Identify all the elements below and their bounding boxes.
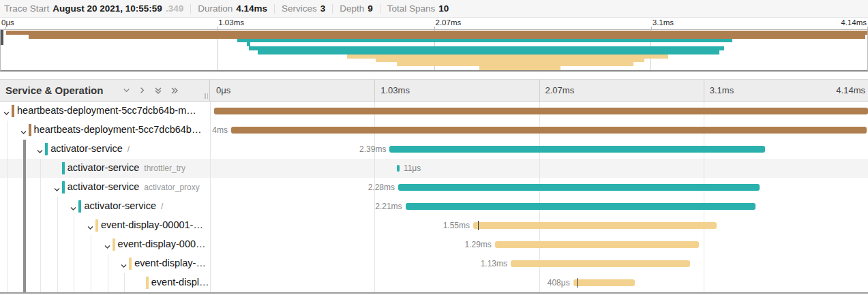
span-row[interactable]: heartbeats-deployment-5cc7dcb64b-m… bbox=[0, 102, 868, 121]
span-collapse-chevron-icon[interactable] bbox=[3, 108, 10, 120]
tree-indent-guide bbox=[74, 254, 74, 273]
span-service-name[interactable]: heartbeats-deployment-5cc7dcb64b… bbox=[34, 124, 202, 135]
service-color-bar bbox=[146, 277, 149, 289]
tree-indent-guide bbox=[23, 159, 26, 178]
span-duration-label: 1.55ms bbox=[443, 221, 470, 230]
timeline-tick-label: 0μs bbox=[216, 85, 230, 95]
double-chevron-right-icon[interactable] bbox=[170, 86, 179, 95]
span-duration-label: 408μs bbox=[548, 278, 570, 288]
span-track[interactable] bbox=[210, 102, 868, 121]
span-log-tick bbox=[478, 221, 479, 230]
span-track[interactable]: 1.29ms bbox=[210, 235, 868, 254]
span-service-name[interactable]: activator-serviceactivator_proxy bbox=[68, 181, 200, 192]
span-track[interactable]: 408μs bbox=[210, 273, 868, 292]
spacer bbox=[0, 72, 868, 79]
ruler-tick-label: 4.14ms bbox=[841, 18, 867, 27]
span-service-name[interactable]: heartbeats-deployment-5cc7dcb64b-m… bbox=[17, 105, 196, 116]
span-row[interactable]: heartbeats-deployment-5cc7dcb64b…4ms bbox=[0, 121, 868, 140]
tree-indent-guide bbox=[23, 273, 26, 292]
span-service-name[interactable]: activator-service/ bbox=[50, 143, 130, 154]
trace-minimap[interactable] bbox=[0, 29, 868, 72]
span-name-cell[interactable]: heartbeats-deployment-5cc7dcb64b-m… bbox=[0, 102, 210, 121]
span-service-name[interactable]: activator-servicethrottler_try bbox=[68, 162, 185, 173]
span-name-cell[interactable]: activator-service/ bbox=[0, 140, 210, 159]
span-track[interactable]: 2.39ms bbox=[210, 140, 868, 159]
span-log-tick bbox=[577, 278, 578, 288]
span-collapse-chevron-icon[interactable] bbox=[20, 127, 27, 139]
span-bar[interactable] bbox=[231, 127, 867, 134]
span-row[interactable]: activator-service/2.21ms bbox=[0, 197, 868, 216]
span-bar[interactable] bbox=[398, 184, 760, 191]
span-track[interactable]: 1.55ms bbox=[210, 216, 868, 235]
span-collapse-chevron-icon[interactable] bbox=[36, 146, 44, 158]
span-name-cell[interactable]: event-display-00001-… bbox=[0, 216, 210, 235]
span-operation-name: / bbox=[161, 202, 163, 211]
span-track[interactable]: 2.28ms bbox=[210, 178, 868, 197]
span-service-name[interactable]: event-display-000… bbox=[118, 238, 206, 249]
double-chevron-down-icon[interactable] bbox=[153, 86, 163, 95]
minimap-ruler: 0μs1.03ms2.07ms3.1ms4.14ms bbox=[0, 18, 868, 29]
span-service-name[interactable]: event-display-00001-… bbox=[101, 219, 203, 230]
span-track[interactable]: 11μs bbox=[210, 159, 868, 178]
span-name-cell[interactable]: activator-servicethrottler_try bbox=[0, 159, 210, 178]
span-row[interactable]: event-displ…408μs bbox=[0, 273, 868, 292]
span-service-name[interactable]: activator-service/ bbox=[84, 200, 163, 211]
span-track[interactable]: 4ms bbox=[210, 121, 868, 140]
chevron-right-icon[interactable] bbox=[138, 86, 147, 95]
span-collapse-chevron-icon[interactable] bbox=[120, 260, 128, 273]
service-color-bar bbox=[78, 200, 81, 213]
duration-value: 4.14ms bbox=[236, 3, 267, 14]
span-bar[interactable] bbox=[397, 165, 400, 172]
span-service-name[interactable]: event-displ… bbox=[151, 277, 209, 288]
span-duration-label: 2.39ms bbox=[359, 144, 386, 154]
tree-indent-guide bbox=[7, 273, 8, 292]
span-name-cell[interactable]: event-display-… bbox=[0, 254, 210, 273]
span-row[interactable]: activator-service/2.39ms bbox=[0, 140, 868, 159]
span-bar[interactable] bbox=[495, 241, 699, 248]
tree-indent-guide bbox=[40, 178, 41, 197]
span-track[interactable]: 1.13ms bbox=[210, 254, 868, 273]
span-track[interactable]: 2.21ms bbox=[210, 197, 868, 216]
tree-indent-guide bbox=[74, 235, 74, 254]
span-bar[interactable] bbox=[406, 203, 755, 210]
tree-indent-guide bbox=[7, 197, 8, 216]
span-row[interactable]: event-display-00001-…1.55ms bbox=[0, 216, 868, 235]
span-service-name[interactable]: event-display-… bbox=[134, 258, 206, 268]
services-value: 3 bbox=[320, 3, 326, 14]
service-color-bar bbox=[95, 219, 98, 232]
tree-indent-guide bbox=[40, 159, 41, 178]
span-row[interactable]: activator-serviceactivator_proxy2.28ms bbox=[0, 178, 868, 197]
tree-indent-guide bbox=[23, 254, 26, 273]
span-row[interactable]: event-display-000…1.29ms bbox=[0, 235, 868, 254]
span-bar[interactable] bbox=[573, 279, 635, 286]
span-row[interactable]: activator-servicethrottler_try11μs bbox=[0, 159, 868, 178]
span-name-cell[interactable]: heartbeats-deployment-5cc7dcb64b… bbox=[0, 121, 210, 140]
span-name-cell[interactable]: activator-serviceactivator_proxy bbox=[0, 178, 210, 197]
span-bar[interactable] bbox=[214, 108, 868, 114]
tree-indent-guide bbox=[108, 273, 108, 292]
span-collapse-chevron-icon[interactable] bbox=[70, 203, 77, 215]
span-duration-label: 11μs bbox=[404, 164, 421, 173]
span-collapse-chevron-icon[interactable] bbox=[104, 241, 111, 253]
tree-indent-guide bbox=[57, 216, 58, 235]
span-bar[interactable] bbox=[511, 260, 690, 267]
span-name-cell[interactable]: event-display-000… bbox=[0, 235, 210, 254]
total-spans-label: Total Spans bbox=[387, 3, 436, 14]
span-bar[interactable] bbox=[473, 222, 717, 229]
span-name-cell[interactable]: event-displ… bbox=[0, 273, 210, 292]
span-row[interactable]: event-display-…1.13ms bbox=[0, 254, 868, 273]
chevron-down-icon[interactable] bbox=[122, 86, 131, 95]
span-bar[interactable] bbox=[389, 146, 765, 153]
service-color-bar bbox=[45, 143, 48, 155]
timeline-tick-label: 3.1ms bbox=[710, 85, 734, 95]
timeline-header-gridline bbox=[539, 80, 540, 101]
span-collapse-chevron-icon[interactable] bbox=[53, 184, 61, 196]
tree-indent-guide bbox=[23, 178, 26, 197]
tree-indent-guide bbox=[23, 235, 26, 254]
service-color-bar bbox=[129, 258, 132, 270]
minimap-left-scrubber-handle[interactable] bbox=[1, 30, 3, 45]
span-collapse-chevron-icon[interactable] bbox=[87, 222, 94, 234]
column-resize-grip[interactable] bbox=[205, 93, 208, 99]
span-name-cell[interactable]: activator-service/ bbox=[0, 197, 210, 216]
trace-start-label: Trace Start bbox=[4, 3, 49, 14]
